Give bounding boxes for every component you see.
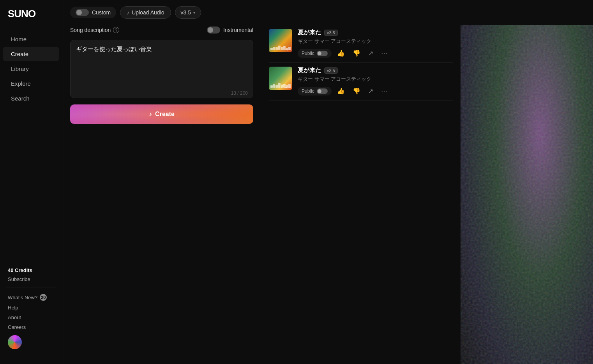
song-actions-1: Public 👍 👎 ↗ [298, 48, 453, 58]
more-options-button-2[interactable]: ⋯ [379, 86, 390, 96]
help-link[interactable]: Help [0, 303, 62, 313]
right-panel: --:-- 夏が来た v3.5 ギター サマー アコースティック Public [261, 25, 461, 364]
song-card-1: --:-- 夏が来た v3.5 ギター サマー アコースティック Public [269, 25, 453, 63]
song-title-row-2: 夏が来た v3.5 [298, 67, 453, 74]
main-area: Custom ♪ Upload Audio v3.5 ▾ Song descri… [62, 0, 593, 364]
chevron-down-icon: ▾ [193, 11, 195, 15]
upload-audio-label: Upload Audio [132, 9, 164, 16]
public-toggle-knob-1 [318, 51, 321, 55]
wf-bar [281, 85, 283, 88]
share-icon-2: ↗ [368, 87, 373, 95]
credits-display: 40 Credits [0, 266, 62, 275]
more-icon-2: ⋯ [381, 87, 387, 95]
subscribe-link[interactable]: Subscribe [0, 275, 62, 284]
create-button[interactable]: ♪ Create [70, 104, 253, 124]
toolbar: Custom ♪ Upload Audio v3.5 ▾ [62, 0, 593, 25]
public-toggle-knob-2 [318, 89, 321, 93]
thumbs-up-icon-2: 👍 [337, 87, 345, 95]
instrumental-row: Instrumental [207, 27, 253, 34]
dislike-button-2[interactable]: 👎 [350, 86, 363, 96]
song-version-badge-2: v3.5 [324, 67, 338, 74]
song-time-2: --:-- [285, 85, 291, 89]
content-area: Song description ? Instrumental ギターを使った夏… [62, 25, 593, 364]
sidebar-nav: Home Create Library Explore Search [0, 32, 62, 106]
left-panel: Song description ? Instrumental ギターを使った夏… [62, 25, 261, 364]
sidebar-item-home[interactable]: Home [3, 32, 59, 46]
song-time-1: --:-- [285, 48, 291, 51]
thumbs-down-icon-2: 👎 [353, 87, 360, 95]
public-toggle-1[interactable] [317, 51, 328, 56]
wf-bar [270, 48, 273, 50]
logo: SUNO [0, 8, 62, 32]
instrumental-toggle[interactable] [207, 27, 220, 34]
bg-noise [461, 25, 593, 364]
song-title-1: 夏が来た [298, 29, 321, 36]
wf-bar [278, 46, 281, 50]
whats-new-label: What's New? [8, 295, 37, 300]
share-button-1[interactable]: ↗ [366, 48, 376, 58]
help-icon[interactable]: ? [113, 27, 119, 33]
wf-bar [273, 84, 275, 88]
whats-new-badge: 20 [40, 294, 47, 301]
public-toggle-2[interactable] [317, 88, 328, 94]
upload-audio-button[interactable]: ♪ Upload Audio [120, 6, 171, 19]
wf-bar [278, 83, 281, 88]
song-title-2: 夏が来た [298, 67, 321, 74]
wf-bar [273, 47, 275, 50]
like-button-1[interactable]: 👍 [335, 48, 347, 58]
public-toggle-area-2: Public [298, 87, 332, 95]
public-label-2: Public [302, 88, 314, 94]
instrumental-label: Instrumental [223, 27, 253, 33]
version-label: v3.5 [181, 9, 191, 16]
public-toggle-area-1: Public [298, 49, 332, 58]
song-description-label: Song description ? [70, 27, 119, 33]
about-link[interactable]: About [0, 313, 62, 322]
more-options-button-1[interactable]: ⋯ [379, 48, 390, 58]
sidebar-item-library[interactable]: Library [3, 62, 59, 76]
song-description-input[interactable]: ギターを使った夏っぽい音楽 [70, 40, 253, 98]
wf-bar [275, 47, 278, 50]
wf-bar [281, 47, 283, 50]
sidebar-item-explore[interactable]: Explore [3, 76, 59, 91]
char-count: 13 / 200 [231, 90, 248, 96]
song-card-2: --:-- 夏が来た v3.5 ギター サマー アコースティック Public [269, 63, 453, 101]
upload-icon: ♪ [127, 9, 129, 16]
sidebar-divider [6, 288, 56, 288]
song-desc-row: Song description ? Instrumental [70, 25, 253, 35]
dislike-button-1[interactable]: 👎 [350, 48, 363, 58]
thumbs-down-icon-1: 👎 [353, 49, 360, 57]
song-actions-2: Public 👍 👎 ↗ [298, 86, 453, 96]
public-label-1: Public [302, 51, 314, 56]
song-thumbnail-1[interactable]: --:-- [269, 29, 292, 52]
custom-toggle-knob [76, 10, 82, 15]
version-selector[interactable]: v3.5 ▾ [175, 6, 201, 19]
thumbs-up-icon-1: 👍 [337, 49, 345, 57]
song-thumbnail-2[interactable]: --:-- [269, 67, 292, 90]
sidebar: SUNO Home Create Library Explore Search … [0, 0, 62, 364]
background-decoration [461, 25, 593, 364]
song-info-2: 夏が来た v3.5 ギター サマー アコースティック Public 👍 [298, 67, 453, 96]
sidebar-item-create[interactable]: Create [3, 47, 59, 61]
share-icon-1: ↗ [368, 49, 373, 57]
textarea-wrapper: ギターを使った夏っぽい音楽 13 / 200 [70, 40, 253, 100]
careers-link[interactable]: Careers [0, 322, 62, 332]
song-title-row-1: 夏が来た v3.5 [298, 29, 453, 36]
sidebar-bottom: 40 Credits Subscribe What's New? 20 Help… [0, 262, 62, 356]
music-note-icon: ♪ [149, 111, 152, 118]
wf-bar [275, 85, 278, 88]
song-tags-2: ギター サマー アコースティック [298, 76, 453, 83]
more-icon-1: ⋯ [381, 49, 387, 57]
custom-toggle-area[interactable]: Custom [70, 7, 116, 18]
sidebar-item-search[interactable]: Search [3, 91, 59, 106]
song-version-badge-1: v3.5 [324, 30, 338, 36]
wf-bar [270, 85, 273, 88]
song-tags-1: ギター サマー アコースティック [298, 38, 453, 45]
song-info-1: 夏が来た v3.5 ギター サマー アコースティック Public 👍 [298, 29, 453, 58]
create-button-label: Create [155, 111, 175, 118]
user-avatar[interactable] [8, 335, 22, 349]
custom-toggle-switch[interactable] [76, 9, 89, 16]
share-button-2[interactable]: ↗ [366, 86, 376, 96]
custom-label: Custom [92, 9, 111, 16]
whats-new-link[interactable]: What's New? 20 [0, 292, 62, 303]
like-button-2[interactable]: 👍 [335, 86, 347, 96]
